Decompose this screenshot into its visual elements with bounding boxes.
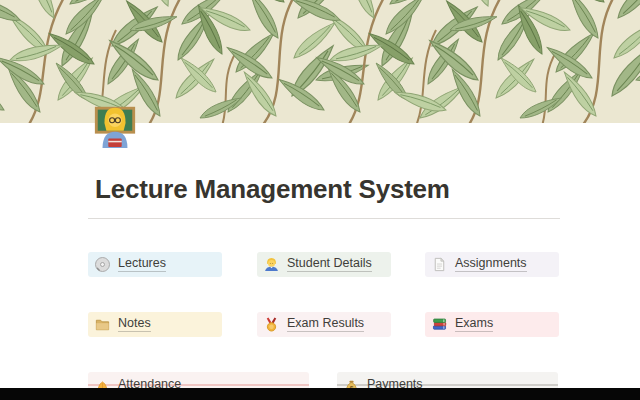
page-icon-woman-teacher[interactable] bbox=[92, 102, 138, 148]
card-label: Exam Results bbox=[287, 317, 364, 333]
card-assignments[interactable]: Assignments bbox=[425, 252, 559, 277]
card-exams[interactable]: Exams bbox=[425, 312, 559, 337]
card-label: Student Details bbox=[287, 257, 372, 273]
cd-icon bbox=[94, 256, 111, 273]
card-label: Exams bbox=[455, 317, 493, 333]
page-icon bbox=[431, 256, 448, 273]
medal-icon bbox=[263, 316, 280, 333]
card-label: Notes bbox=[118, 317, 151, 333]
folder-icon bbox=[94, 316, 111, 333]
card-label: Assignments bbox=[455, 257, 527, 273]
student-icon bbox=[263, 256, 280, 273]
bottom-black-bar bbox=[0, 388, 640, 400]
card-student-details[interactable]: Student Details bbox=[257, 252, 391, 277]
books-icon bbox=[431, 316, 448, 333]
card-label: Lectures bbox=[118, 257, 166, 273]
card-lectures[interactable]: Lectures bbox=[88, 252, 222, 277]
page-title[interactable]: Lecture Management System bbox=[95, 174, 565, 205]
card-notes[interactable]: Notes bbox=[88, 312, 222, 337]
title-divider bbox=[88, 218, 560, 219]
notion-page: Lecture Management System Lectures Stude… bbox=[0, 0, 640, 400]
card-exam-results[interactable]: Exam Results bbox=[257, 312, 391, 337]
